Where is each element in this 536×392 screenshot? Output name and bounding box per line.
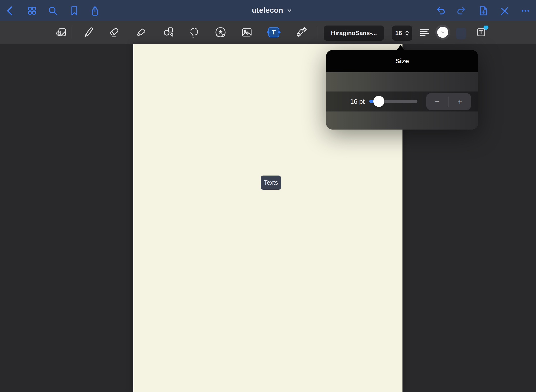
undo-icon <box>435 5 446 17</box>
top-navigation-bar: utelecon <box>0 0 536 21</box>
notes-app-window: utelecon <box>0 0 536 392</box>
grid-view-icon <box>26 5 38 17</box>
selection-handle-right <box>278 31 281 33</box>
font-size-value: 16 <box>395 30 402 37</box>
search-button[interactable] <box>47 5 59 17</box>
share-button[interactable] <box>89 5 101 17</box>
thumbnails-button[interactable] <box>26 5 38 17</box>
back-icon <box>5 5 16 17</box>
favorite-text-style-button[interactable] <box>475 26 489 39</box>
more-button[interactable] <box>520 5 531 17</box>
laser-pointer-tool[interactable] <box>294 26 308 39</box>
stylus-cross-icon <box>498 5 510 17</box>
pen-icon <box>81 26 95 39</box>
size-stepper: − + <box>426 93 471 110</box>
highlighter-tool[interactable] <box>135 26 148 39</box>
font-family-label: HiraginoSans-... <box>331 30 377 37</box>
add-page-icon <box>477 5 489 17</box>
add-page-button[interactable] <box>477 5 489 17</box>
shapes-tool[interactable] <box>162 26 175 39</box>
text-align-icon <box>418 26 431 39</box>
search-icon <box>47 5 59 17</box>
size-slider-thumb[interactable] <box>373 96 384 107</box>
lasso-icon <box>188 26 201 39</box>
back-button[interactable] <box>5 5 16 17</box>
text-object-label: Texts <box>264 179 278 186</box>
heart-icon <box>483 25 489 31</box>
popover-header: Size <box>326 50 478 72</box>
toolbar-divider <box>72 26 72 39</box>
document-mode-tool[interactable] <box>55 26 68 39</box>
text-color-button[interactable] <box>435 25 450 40</box>
laser-pointer-icon <box>294 26 308 39</box>
chevron-up-down-icon <box>405 30 409 37</box>
eraser-tool[interactable] <box>108 26 121 39</box>
document-title: utelecon <box>252 6 283 15</box>
text-tool-selected[interactable]: T <box>268 27 279 37</box>
popover-title: Size <box>395 57 409 65</box>
popover-card: Size 16 pt − + <box>326 50 478 130</box>
toolbar-divider <box>317 26 317 39</box>
stylus-mode-button[interactable] <box>498 5 510 17</box>
text-tool-glyph: T <box>272 29 276 36</box>
undo-button[interactable] <box>435 5 446 17</box>
redo-icon <box>456 5 467 17</box>
document-mode-icon <box>55 26 68 39</box>
chevron-down-icon <box>287 7 292 13</box>
tools-toolbar: T HiraginoSans-... 16 <box>0 21 536 44</box>
dimmed-style-button[interactable] <box>456 28 466 39</box>
elements-star-icon <box>214 26 227 39</box>
bookmark-icon <box>68 5 80 17</box>
eraser-icon <box>108 26 121 39</box>
image-icon <box>240 26 254 39</box>
share-icon <box>89 5 101 17</box>
text-object[interactable]: Texts <box>261 176 281 190</box>
size-decrease-button[interactable]: − <box>426 93 449 110</box>
highlighter-icon <box>135 26 148 39</box>
redo-button[interactable] <box>456 5 467 17</box>
lasso-tool[interactable] <box>188 26 201 39</box>
size-value-label: 16 pt <box>331 98 365 105</box>
shapes-icon <box>162 26 175 39</box>
bookmark-button[interactable] <box>68 5 80 17</box>
elements-tool[interactable] <box>214 26 227 39</box>
font-size-button[interactable]: 16 <box>392 26 412 41</box>
selection-handle-left <box>267 31 269 33</box>
document-title-menu[interactable]: utelecon <box>252 0 292 21</box>
font-size-popover: Size 16 pt − + <box>326 50 478 130</box>
text-color-swatch <box>437 27 448 38</box>
text-align-button[interactable] <box>418 26 431 39</box>
more-icon <box>520 5 531 17</box>
font-family-button[interactable]: HiraginoSans-... <box>324 26 384 41</box>
image-tool[interactable] <box>240 26 254 39</box>
pen-tool[interactable] <box>81 26 95 39</box>
size-increase-button[interactable]: + <box>449 93 471 110</box>
